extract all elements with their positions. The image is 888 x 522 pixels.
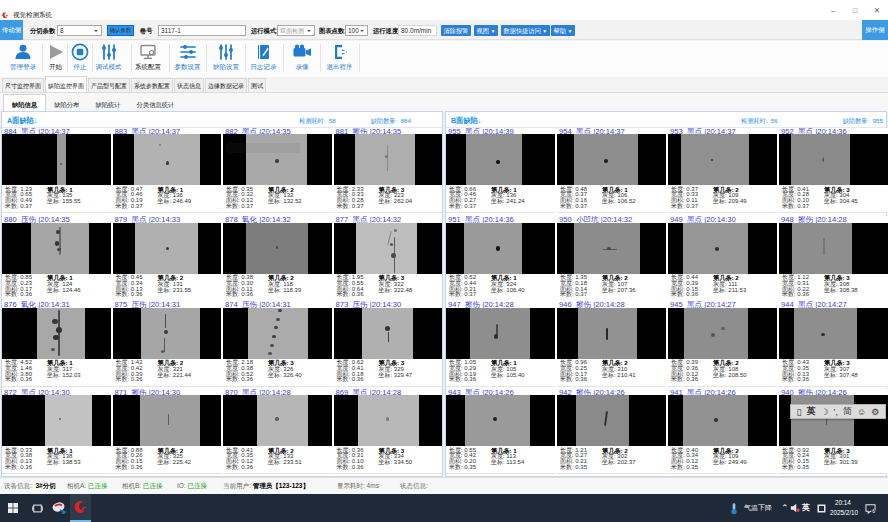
svg-text:6: 6 xyxy=(872,508,875,514)
